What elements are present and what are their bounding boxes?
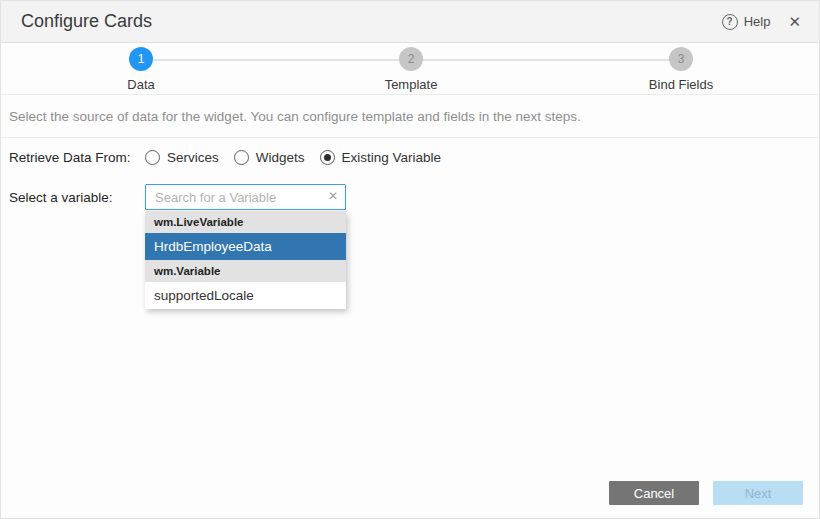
dropdown-item-supported-locale[interactable]: supportedLocale (145, 282, 346, 309)
dropdown-group-variable: wm.Variable (145, 260, 346, 282)
help-label: Help (744, 14, 771, 29)
step-description: Select the source of data for the widget… (1, 95, 819, 138)
step-3-circle: 3 (669, 47, 693, 71)
radio-services-label: Services (167, 150, 219, 165)
configure-cards-dialog: Configure Cards ? Help ✕ 1 Data 2 Templa… (0, 0, 820, 519)
help-button[interactable]: ? Help (722, 14, 771, 30)
variable-search-wrap: ✕ (145, 184, 346, 210)
cancel-button[interactable]: Cancel (609, 481, 699, 505)
step-3-label: Bind Fields (621, 77, 741, 92)
form-content: Retrieve Data From: Services Widgets Exi… (1, 138, 819, 309)
radio-widgets-label: Widgets (256, 150, 305, 165)
radio-services-circle (145, 150, 160, 165)
dropdown-item-hrdb-employee-data[interactable]: HrdbEmployeeData (145, 233, 346, 260)
dialog-header: Configure Cards ? Help ✕ (1, 1, 819, 43)
step-2-label: Template (351, 77, 471, 92)
retrieve-data-label: Retrieve Data From: (9, 150, 145, 165)
step-1-label: Data (81, 77, 201, 92)
radio-services[interactable]: Services (145, 150, 219, 165)
help-icon: ? (722, 14, 738, 30)
wizard-steps: 1 Data 2 Template 3 Bind Fields (1, 43, 819, 95)
dropdown-group-live-variable: wm.LiveVariable (145, 211, 346, 233)
close-icon[interactable]: ✕ (788, 14, 801, 29)
data-source-radio-group: Services Widgets Existing Variable (145, 150, 456, 165)
select-variable-row: Select a variable: ✕ wm.LiveVariable Hrd… (9, 184, 811, 309)
next-button[interactable]: Next (713, 481, 803, 505)
select-variable-label: Select a variable: (9, 184, 145, 205)
variable-combobox: ✕ wm.LiveVariable HrdbEmployeeData wm.Va… (145, 184, 346, 309)
dialog-footer: Cancel Next (609, 481, 803, 505)
variable-dropdown: wm.LiveVariable HrdbEmployeeData wm.Vari… (145, 211, 346, 309)
step-data[interactable]: 1 Data (81, 47, 201, 92)
radio-widgets-circle (234, 150, 249, 165)
step-bind-fields[interactable]: 3 Bind Fields (621, 47, 741, 92)
radio-existing-variable-label: Existing Variable (342, 150, 442, 165)
step-template[interactable]: 2 Template (351, 47, 471, 92)
retrieve-data-row: Retrieve Data From: Services Widgets Exi… (9, 150, 811, 165)
header-actions: ? Help ✕ (722, 14, 801, 30)
radio-existing-variable-circle (320, 150, 335, 165)
radio-widgets[interactable]: Widgets (234, 150, 305, 165)
step-2-circle: 2 (399, 47, 423, 71)
clear-search-icon[interactable]: ✕ (328, 190, 338, 202)
step-1-circle: 1 (129, 47, 153, 71)
variable-search-input[interactable] (145, 184, 346, 210)
radio-existing-variable[interactable]: Existing Variable (320, 150, 442, 165)
page-title: Configure Cards (21, 11, 722, 32)
